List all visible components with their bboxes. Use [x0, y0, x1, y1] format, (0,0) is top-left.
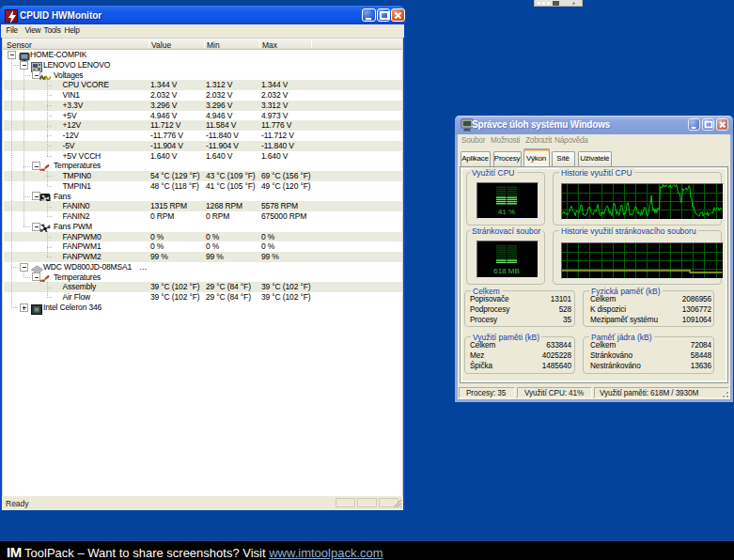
svg-text:618 MB: 618 MB: [493, 267, 520, 275]
svg-text:41 %: 41 %: [498, 208, 515, 216]
